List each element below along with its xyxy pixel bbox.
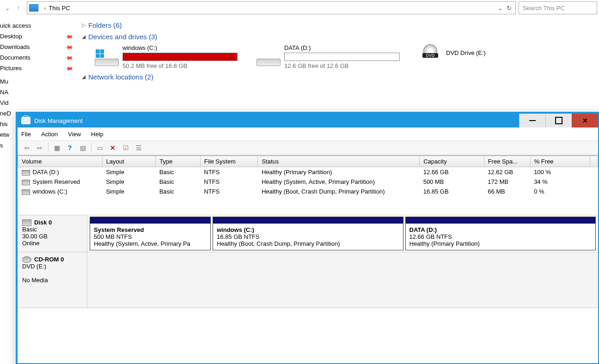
menu-action[interactable]: Action: [41, 131, 58, 138]
chevron-down-icon: ◢: [82, 74, 86, 80]
column-header[interactable]: % Free: [530, 156, 590, 167]
delete-icon[interactable]: ✕: [108, 143, 118, 153]
help-icon[interactable]: ?: [65, 143, 75, 153]
sidebar-item[interactable]: NA: [0, 87, 76, 97]
back-icon[interactable]: ⇦: [22, 143, 32, 153]
group-devices-drives[interactable]: ◢ Devices and drives (3): [82, 33, 593, 41]
window-title-bar[interactable]: Disk Management: [18, 114, 598, 127]
cdrom-empty-area: [87, 252, 598, 308]
optical-drive-icon: DVD: [418, 44, 442, 63]
hard-drive-icon: [95, 48, 119, 66]
action-icon[interactable]: ▭: [95, 143, 105, 153]
pin-icon: 📌: [64, 53, 74, 62]
partition[interactable]: DATA (D:)12.66 GB NTFSHealthy (Primary P…: [405, 217, 596, 250]
column-header[interactable]: File System: [200, 156, 258, 167]
group-folders[interactable]: ▷ Folders (6): [82, 21, 593, 29]
menu-file[interactable]: File: [21, 131, 31, 138]
sidebar-item[interactable]: Mu: [0, 76, 76, 87]
menu-bar: FileActionViewHelp: [18, 127, 598, 141]
group-network-locations[interactable]: ◢ Network locations (2): [82, 73, 593, 81]
drive-windows[interactable]: windows (C:) 50.2 MB free of 16.8 GB: [95, 44, 238, 69]
view-icon[interactable]: ▦: [52, 143, 62, 153]
sidebar-item-quick-access[interactable]: uick access: [0, 20, 76, 31]
column-header[interactable]: Type: [156, 156, 201, 167]
forward-icon[interactable]: ⇨: [35, 143, 45, 153]
volume-list: VolumeLayoutTypeFile SystemStatusCapacit…: [18, 155, 598, 196]
disk-0-row[interactable]: Disk 0 Basic 30.00 GB Online System Rese…: [18, 215, 598, 252]
disk-graphical-view: Disk 0 Basic 30.00 GB Online System Rese…: [18, 215, 598, 308]
maximize-button[interactable]: [545, 114, 572, 127]
sidebar-item-documents[interactable]: Documents📌: [0, 52, 76, 63]
toolbar: ⇦ ⇨ ▦ ? ▤ ▭ ✕ ☑ ☰: [18, 141, 598, 155]
volume-icon: [22, 189, 30, 195]
sidebar-item[interactable]: Vid: [0, 97, 76, 108]
partition[interactable]: System Reserved500 MB NTFSHealthy (Syste…: [90, 217, 211, 250]
column-header[interactable]: Free Spa...: [484, 156, 530, 167]
navigation-pane: uick access Desktop📌Downloads📌Documents📌…: [0, 16, 76, 113]
chevron-down-icon[interactable]: ⌄: [498, 5, 503, 12]
check-icon[interactable]: ☑: [121, 143, 131, 153]
column-header[interactable]: Layout: [102, 156, 156, 167]
hard-drive-icon: [257, 48, 281, 66]
volume-row[interactable]: windows (C:) SimpleBasic NTFSHealthy (Bo…: [18, 187, 598, 196]
cdrom-0-header: CD-ROM 0 DVD (E:) No Media: [18, 252, 87, 308]
nav-back-dropdown-icon[interactable]: ⌄: [2, 3, 12, 13]
this-pc-icon: [29, 4, 38, 12]
volume-row[interactable]: System Reserved SimpleBasic NTFSHealthy …: [18, 177, 598, 187]
explorer-content: ▷ Folders (6) ◢ Devices and drives (3) w…: [76, 16, 599, 113]
chevron-right-icon: ›: [44, 5, 46, 12]
volume-row[interactable]: DATA (D:) SimpleBasic NTFSHealthy (Prima…: [18, 167, 598, 177]
explorer-toolbar: ⌄ ↑ › This PC ⌄ ↻ Search This PC: [0, 0, 599, 16]
chevron-down-icon: ◢: [82, 34, 86, 40]
search-input[interactable]: Search This PC: [519, 1, 597, 14]
partition[interactable]: windows (C:)16.85 GB NTFSHealthy (Boot, …: [213, 217, 403, 250]
options-icon[interactable]: ☰: [134, 143, 144, 153]
volume-icon: [22, 170, 30, 176]
column-header[interactable]: Status: [258, 156, 420, 167]
pin-icon: 📌: [64, 63, 74, 73]
nav-up-icon[interactable]: ↑: [13, 3, 24, 13]
column-header[interactable]: Capacity: [420, 156, 484, 167]
column-header[interactable]: Volume: [18, 156, 103, 167]
disk-0-header: Disk 0 Basic 30.00 GB Online: [18, 215, 87, 252]
pin-icon: 📌: [64, 31, 74, 41]
sidebar-item-desktop[interactable]: Desktop📌: [0, 31, 76, 42]
pin-icon: 📌: [64, 42, 74, 52]
sidebar-item-pictures[interactable]: Pictures📌: [0, 63, 76, 73]
drive-dvd[interactable]: DVD DVD Drive (E:): [418, 44, 486, 63]
disk-management-window: Disk Management FileActionViewHelp ⇦ ⇨ ▦…: [16, 112, 599, 364]
close-button[interactable]: [572, 114, 598, 127]
address-actions: ⌄ ↻: [496, 5, 513, 12]
chevron-right-icon: ▷: [82, 22, 86, 28]
minimize-button[interactable]: [519, 114, 545, 127]
drive-data[interactable]: DATA (D:) 12.6 GB free of 12.6 GB: [257, 44, 400, 69]
optical-drive-icon: [22, 256, 31, 263]
storage-bar: [122, 53, 238, 61]
disk-icon: [22, 219, 31, 226]
list-icon[interactable]: ▤: [78, 143, 88, 153]
disk-management-icon: [21, 117, 31, 124]
sidebar-item-downloads[interactable]: Downloads📌: [0, 42, 76, 52]
menu-view[interactable]: View: [68, 131, 81, 138]
address-location: This PC: [49, 5, 70, 12]
refresh-icon[interactable]: ↻: [507, 5, 512, 12]
volume-icon: [22, 180, 30, 185]
menu-help[interactable]: Help: [91, 131, 104, 138]
window-title: Disk Management: [34, 117, 83, 124]
address-bar[interactable]: › This PC ⌄ ↻: [27, 1, 516, 14]
windows-logo-icon: [96, 49, 104, 58]
cdrom-0-row[interactable]: CD-ROM 0 DVD (E:) No Media: [18, 252, 598, 308]
storage-bar: [284, 53, 400, 61]
